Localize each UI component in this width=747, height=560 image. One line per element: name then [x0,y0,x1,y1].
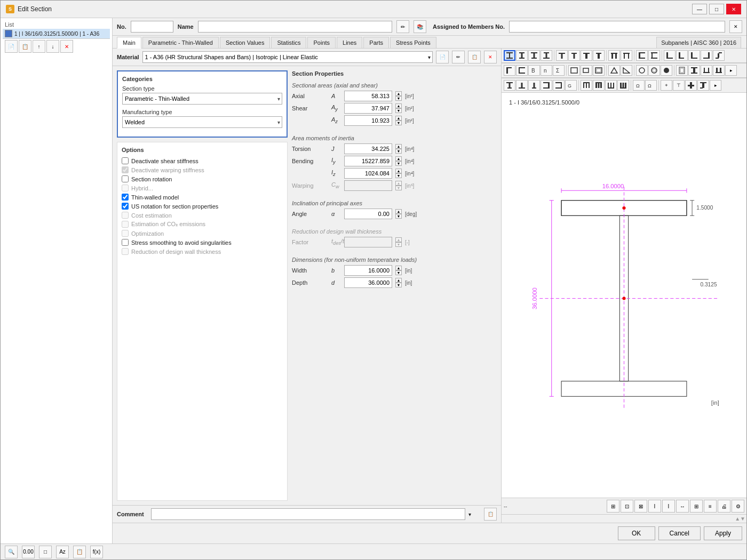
material-edit-btn[interactable]: ✏ [452,51,465,63]
depth-up[interactable]: ▲ [395,278,402,283]
axial-val[interactable] [344,91,392,101]
shape-T6-btn[interactable] [528,80,540,91]
diagram-view-btn9[interactable]: 🖨 [718,500,730,513]
diagram-view-btn8[interactable]: ≡ [704,500,717,513]
axial-up[interactable]: ▲ [395,91,402,96]
shape-T-btn[interactable] [556,50,568,61]
shape-I5-btn[interactable] [688,65,700,76]
list-item[interactable]: 1 | I 36/16/0.3125/1.5000/0 | 1 - A36 [3,29,110,38]
bending-iz-val[interactable] [344,168,392,179]
shape-I6-btn[interactable] [504,80,515,91]
tab-lines[interactable]: Lines [337,37,362,48]
optimization-checkbox[interactable] [122,230,129,237]
shape-I-btn[interactable] [516,50,528,61]
torsion-down[interactable]: ▼ [395,149,402,154]
axial-down[interactable]: ▼ [395,96,402,101]
bending-iy-up[interactable]: ▲ [395,156,402,161]
hybrid-checkbox[interactable] [122,185,129,191]
factor-up[interactable]: ▲ [395,237,402,242]
move-up-btn[interactable]: ↑ [33,40,45,53]
no-input[interactable]: 1 [131,21,173,33]
shape-C2-btn[interactable] [648,50,660,61]
shape-T2-btn[interactable] [568,50,580,61]
depth-val[interactable] [344,277,392,288]
tab-section-values[interactable]: Section Values [220,37,271,48]
shape-I2-btn[interactable] [528,50,540,61]
tab-parts[interactable]: Parts [363,37,389,48]
deactivate-shear-checkbox[interactable] [122,157,129,164]
status-btn1[interactable]: 🔍 [5,546,18,558]
shear-az-up[interactable]: ▲ [395,116,402,121]
shape-tri2-btn[interactable] [621,65,632,76]
name-input[interactable]: I 36/16/0.3125/1.5000/0 [198,21,392,33]
shape-L-btn[interactable] [664,50,676,61]
move-down-btn[interactable]: ↓ [46,40,59,53]
shape-T3-btn[interactable] [581,50,592,61]
factor-down[interactable]: ▼ [395,242,402,247]
apply-button[interactable]: Apply [704,526,742,540]
section-rotation-checkbox[interactable] [122,175,129,182]
tab-parametric[interactable]: Parametric - Thin-Walled [142,37,219,48]
stress-smoothing-checkbox[interactable] [122,239,129,246]
shear-az-down[interactable]: ▼ [395,121,402,125]
ok-button[interactable]: OK [618,526,655,540]
tab-stress-points[interactable]: Stress Points [390,37,436,48]
warping-val[interactable] [344,180,392,191]
copy-btn[interactable]: 📋 [19,40,31,53]
shape-circle3-btn[interactable] [661,65,672,76]
shape-pi6-btn[interactable] [593,80,605,91]
comment-select[interactable] [151,508,465,520]
co2-checkbox[interactable] [122,221,129,228]
tab-main[interactable]: Main [117,37,141,49]
new-section-btn[interactable]: 📄 [5,40,18,53]
shape-pi-btn[interactable] [608,50,620,61]
shear-ay-down[interactable]: ▼ [395,108,402,113]
shape-pi4-btn[interactable] [713,65,725,76]
width-up[interactable]: ▲ [395,266,402,270]
library-btn[interactable]: 📚 [414,20,426,33]
shear-az-val[interactable] [344,115,392,126]
shear-ay-val[interactable] [344,103,392,114]
shape-C3-btn[interactable] [516,65,528,76]
shape-I4-btn[interactable] [676,65,688,76]
close-button[interactable]: ✕ [726,4,741,14]
shape-rect2-btn[interactable] [581,65,592,76]
factor-val[interactable] [344,237,392,247]
shape-pi7-btn[interactable] [605,80,617,91]
tab-points[interactable]: Points [307,37,336,48]
depth-down[interactable]: ▼ [395,283,402,287]
assigned-input[interactable]: 1,2 [509,21,725,33]
shape-T7-btn[interactable] [685,80,697,91]
material-select[interactable]: 1 - A36 (HR Structural Shapes and Bars) … [142,51,433,63]
shape-B-btn[interactable]: B [528,65,540,76]
shape-circle2-btn[interactable] [648,65,660,76]
angle-down[interactable]: ▼ [395,214,402,219]
diagram-view-btn5[interactable]: I [662,500,675,513]
shape-L4-btn[interactable] [701,50,712,61]
reduction-checkbox[interactable] [122,248,129,255]
edit-name-btn[interactable]: ✏ [396,20,409,33]
material-copy-btn[interactable]: 📋 [468,51,481,63]
angle-val[interactable] [344,209,392,219]
assigned-settings-btn[interactable]: ✕ [729,20,742,33]
shape-next-btn[interactable]: ▸ [725,65,737,76]
shape-C4-btn[interactable] [541,80,552,91]
shape-arrow-btn[interactable]: ▸ [710,80,721,91]
diagram-view-btn4[interactable]: I [648,500,661,513]
tab-subpanels[interactable]: Subpanels | AISC 360 | 2016 [656,37,741,48]
maximize-button[interactable]: □ [709,4,724,14]
material-delete-btn[interactable]: ✕ [484,51,497,63]
shape-I3-btn[interactable] [541,50,552,61]
shape-circle-btn[interactable] [636,65,648,76]
bending-iy-val[interactable] [344,156,392,166]
shape-Z-btn[interactable] [713,50,725,61]
diagram-view-btn2[interactable]: ⊡ [621,500,633,513]
torsion-up[interactable]: ▲ [395,144,402,149]
width-val[interactable] [344,265,392,276]
status-btn4[interactable]: Az [56,546,69,558]
shape-box-btn[interactable] [593,65,605,76]
bending-iz-down[interactable]: ▼ [395,173,402,178]
status-btn3[interactable]: □ [39,546,52,558]
shape-I-wide-btn[interactable] [504,50,515,61]
cost-checkbox[interactable] [122,212,129,219]
